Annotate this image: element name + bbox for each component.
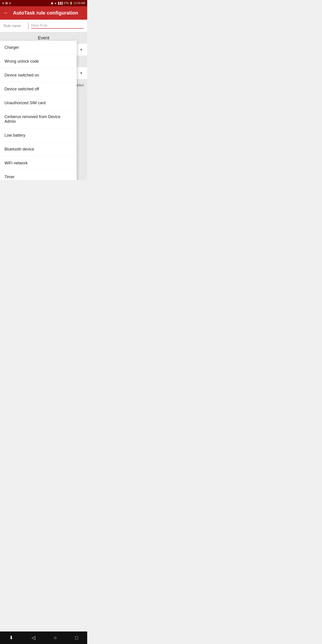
- event-label: Event: [38, 35, 49, 40]
- app-bar: ← AutoTask rule configuration: [0, 6, 87, 20]
- status-bar: ⊞ 🖼 ⊟ ⏰ ◈ ▐▐▐ 37% 🔋 11:03 AM: [0, 0, 87, 6]
- alarm-icon: ⏰: [50, 2, 54, 5]
- signal-icon: ▐▐▐: [57, 2, 62, 4]
- dropdown-item-timer[interactable]: Timer: [0, 170, 77, 180]
- dropdown-item-bluetooth[interactable]: Bluetooth device: [0, 142, 77, 156]
- icon-image: 🖼: [5, 2, 8, 4]
- back-button[interactable]: ←: [4, 10, 8, 16]
- dropdown-item-device-off[interactable]: Device switched off: [0, 82, 77, 96]
- event-dropdown-arrow: ▼: [80, 48, 83, 52]
- status-right-icons: ⏰ ◈ ▐▐▐ 37% 🔋 11:03 AM: [50, 2, 85, 5]
- dropdown-item-wrong-unlock[interactable]: Wrong unlock code: [0, 54, 77, 68]
- dropdown-item-wifi[interactable]: WiFi network: [0, 156, 77, 170]
- battery-icon: 🔋: [70, 2, 73, 5]
- dropdown-item-charger[interactable]: Charger: [0, 41, 77, 54]
- rule-name-input[interactable]: [31, 23, 84, 28]
- icon-grid: ⊞: [2, 2, 4, 5]
- dropdown-item-sim[interactable]: Unauthorized SIM card: [0, 96, 77, 110]
- second-dropdown-arrow: ▼: [80, 71, 83, 75]
- event-dropdown-menu: Charger Wrong unlock code Device switche…: [0, 41, 77, 180]
- time-display: 11:03 AM: [74, 2, 85, 5]
- dropdown-item-device-on[interactable]: Device switched on: [0, 68, 77, 82]
- app-bar-title: AutoTask rule configuration: [13, 10, 78, 16]
- wifi-icon: ◈: [54, 2, 56, 5]
- battery-percentage: 37%: [63, 2, 69, 5]
- status-left-icons: ⊞ 🖼 ⊟: [2, 2, 11, 5]
- rule-name-divider: [28, 22, 28, 29]
- rule-name-row: Rule name: [0, 20, 87, 32]
- dropdown-item-cerberus[interactable]: Cerberus removed from Device Admin: [0, 110, 77, 128]
- dropdown-item-battery[interactable]: Low battery: [0, 128, 77, 142]
- rule-name-label: Rule name: [4, 24, 28, 28]
- icon-lock: ⊟: [9, 2, 11, 5]
